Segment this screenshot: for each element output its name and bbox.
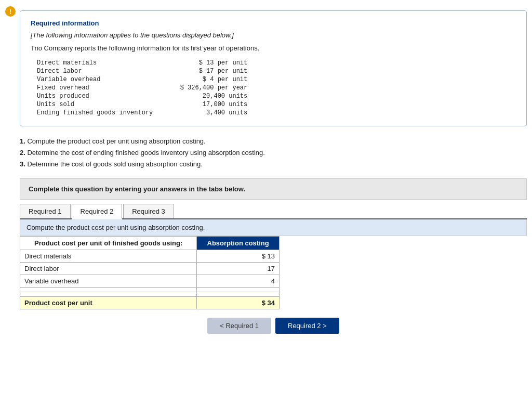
- info-data-table: Direct materials$ 13 per unitDirect labo…: [36, 58, 248, 118]
- table-row: [20, 292, 280, 297]
- total-row: Product cost per unit $ 34: [20, 297, 280, 309]
- info-row: Fixed overhead$ 326,400 per year: [37, 84, 247, 92]
- table-row: Direct materials $ 13: [20, 250, 280, 263]
- question-item: 3. Determine the cost of goods sold usin…: [20, 159, 527, 170]
- alert-icon: !: [5, 6, 16, 17]
- question-item: 1. Compute the product cost per unit usi…: [20, 136, 527, 147]
- questions-list: 1. Compute the product cost per unit usi…: [20, 136, 527, 170]
- col1-header: Product cost per unit of finished goods …: [20, 237, 197, 250]
- table-row: Variable overhead 4: [20, 275, 280, 288]
- info-row: Direct labor$ 17 per unit: [37, 68, 247, 75]
- complete-box: Complete this question by entering your …: [20, 178, 527, 200]
- next-button[interactable]: Required 2 >: [275, 318, 339, 334]
- tab-content-header: Compute the product cost per unit using …: [20, 219, 527, 236]
- bottom-nav: < Required 1 Required 2 >: [20, 318, 527, 334]
- table-row: Direct labor 17: [20, 263, 280, 275]
- info-row: Units produced20,400 units: [37, 93, 247, 100]
- info-intro: Trio Company reports the following infor…: [31, 44, 516, 52]
- info-row: Ending finished goods inventory3,400 uni…: [37, 109, 247, 116]
- info-box: Required information [The following info…: [20, 10, 527, 126]
- info-title: Required information: [31, 19, 516, 27]
- info-subtitle: [The following information applies to th…: [31, 31, 516, 39]
- tab-required-2[interactable]: Required 2: [72, 204, 123, 219]
- question-item: 2. Determine the cost of ending finished…: [20, 147, 527, 159]
- tab-required-1[interactable]: Required 1: [20, 204, 71, 218]
- info-row: Variable overhead$ 4 per unit: [37, 76, 247, 83]
- table-row: [20, 288, 280, 292]
- col2-header: Absorption costing: [197, 237, 280, 250]
- prev-button[interactable]: < Required 1: [207, 318, 271, 334]
- info-row: Direct materials$ 13 per unit: [37, 59, 247, 67]
- tabs-row: Required 1Required 2Required 3: [20, 204, 527, 219]
- product-cost-table: Product cost per unit of finished goods …: [20, 236, 280, 309]
- tab-required-3[interactable]: Required 3: [123, 204, 174, 218]
- info-row: Units sold17,000 units: [37, 101, 247, 108]
